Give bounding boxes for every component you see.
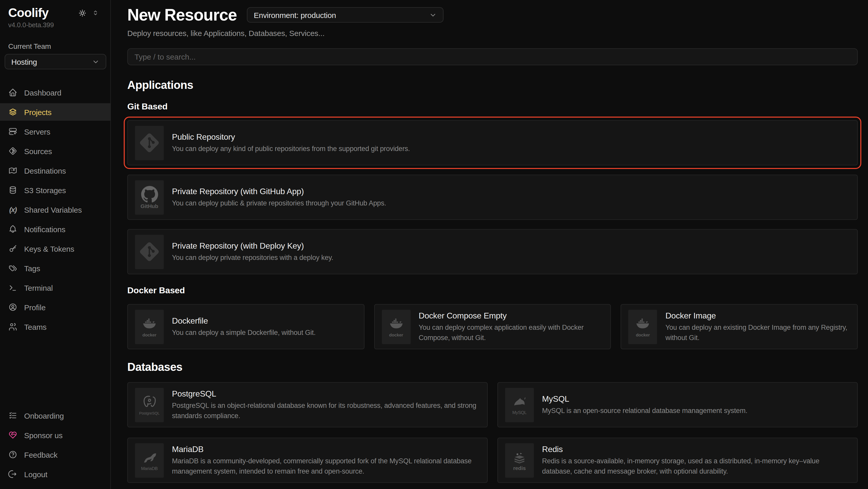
docker-logo-icon: docker [382,310,410,344]
sidebar-footer-nav: Onboarding Sponsor us Feedback Logout [0,407,111,485]
docker-based-cards: docker Dockerfile You can deploy a simpl… [127,304,858,349]
user-circle-icon [8,303,18,312]
resource-card-dockerfile[interactable]: docker Dockerfile You can deploy a simpl… [127,304,364,349]
users-icon [8,322,18,331]
home-icon [8,88,18,97]
theme-sun-icon[interactable] [78,8,87,17]
coolify-app: Coolify v4.0.0-beta.399 Current Team Hos… [0,0,868,489]
main-content: New Resource Environment: production Dep… [111,0,868,489]
resource-card-mariadb[interactable]: MariaDB MariaDB MariaDB is a community-d… [127,438,488,483]
mysql-logo-icon: MySQL [505,387,534,422]
mariadb-logo-icon: MariaDB [135,443,164,478]
sidebar-item-projects[interactable]: Projects [0,103,111,121]
environment-select[interactable]: Environment: production [247,7,444,23]
resource-card-docker-compose-empty[interactable]: docker Docker Compose Empty You can depl… [374,304,611,349]
sidebar-item-notifications[interactable]: Notifications [0,220,111,238]
github-logo-icon: GitHub [135,180,164,214]
databases-heading: Databases [127,361,858,374]
postgresql-logo-icon: PostgreSQL [135,387,164,422]
git-branch-icon [8,146,18,156]
git-logo-icon [135,125,164,160]
sidebar-item-teams[interactable]: Teams [0,318,111,336]
help-circle-icon [8,450,18,459]
database-icon [8,185,18,195]
logout-icon [8,469,18,479]
variable-icon: (x) [8,205,18,214]
layers-icon [8,107,18,117]
checklist-icon [8,411,18,420]
sidebar-item-tags[interactable]: Tags [0,259,111,277]
sidebar-item-shared-variables[interactable]: (x) Shared Variables [0,201,111,218]
sidebar-nav: Dashboard Projects Servers Sources Desti… [0,84,111,338]
selector-updown-icon[interactable] [92,9,99,17]
resource-card-private-repository-github-app[interactable]: GitHub Private Repository (with GitHub A… [127,175,858,220]
docker-logo-icon: docker [135,310,164,344]
sidebar-item-feedback[interactable]: Feedback [0,446,111,463]
search-input[interactable] [127,48,858,65]
sidebar-item-onboarding[interactable]: Onboarding [0,407,111,424]
server-icon [8,127,18,136]
resource-card-mysql[interactable]: MySQL MySQL MySQL is an open-source rela… [497,382,858,427]
tags-icon [8,263,18,273]
sidebar-item-sources[interactable]: Sources [0,142,111,160]
git-based-heading: Git Based [127,101,858,113]
team-select[interactable]: Hosting [5,54,106,69]
sidebar-item-profile[interactable]: Profile [0,298,111,316]
chevron-down-icon [92,58,100,65]
resource-card-private-repository-deploy-key[interactable]: Private Repository (with Deploy Key) You… [127,229,858,274]
heart-handshake-icon [8,430,18,440]
current-team-label: Current Team [8,42,111,50]
resource-card-redis[interactable]: redis Redis Redis is a source-available,… [497,438,858,483]
sidebar-item-sponsor-us[interactable]: Sponsor us [0,426,111,444]
resource-card-postgresql[interactable]: PostgreSQL PostgreSQL PostgreSQL is an o… [127,382,488,427]
git-based-cards: Public Repository You can deploy any kin… [127,120,858,274]
sidebar-item-terminal[interactable]: Terminal [0,279,111,296]
docker-logo-icon: docker [628,310,657,344]
resource-card-docker-image[interactable]: docker Docker Image You can deploy an ex… [621,304,858,349]
sidebar-item-destinations[interactable]: Destinations [0,162,111,179]
app-version: v4.0.0-beta.399 [8,21,111,29]
resource-card-public-repository[interactable]: Public Repository You can deploy any kin… [127,120,858,165]
key-icon [8,244,18,253]
sidebar-item-servers[interactable]: Servers [0,123,111,140]
terminal-icon [8,283,18,292]
chevron-down-icon [429,11,437,19]
sidebar-item-keys-tokens[interactable]: Keys & Tokens [0,240,111,257]
sidebar: Coolify v4.0.0-beta.399 Current Team Hos… [0,0,111,489]
sidebar-item-dashboard[interactable]: Dashboard [0,84,111,101]
app-logo: Coolify [8,6,49,20]
sidebar-item-s3-storages[interactable]: S3 Storages [0,181,111,199]
applications-heading: Applications [127,79,858,92]
docker-based-heading: Docker Based [127,285,858,296]
redis-logo-icon: redis [505,443,534,478]
bell-icon [8,225,18,234]
database-cards: PostgreSQL PostgreSQL PostgreSQL is an o… [127,382,858,483]
git-logo-icon [135,234,164,269]
page-title: New Resource [127,5,237,25]
map-icon [8,166,18,175]
sidebar-item-logout[interactable]: Logout [0,465,111,483]
page-subtitle: Deploy resources, like Applications, Dat… [127,29,858,37]
